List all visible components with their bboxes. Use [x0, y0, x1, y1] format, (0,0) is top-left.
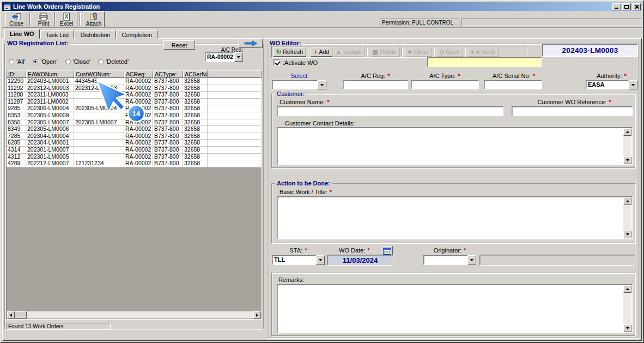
vertical-scrollbar[interactable] [623, 128, 631, 164]
table-cell[interactable]: RA-00002 [124, 147, 153, 154]
scroll-up-button[interactable] [623, 197, 631, 205]
close-button[interactable]: ∗Close [404, 47, 432, 57]
table-row[interactable]: 4289202212-LM0007121231234RA-00002B737-8… [7, 160, 262, 167]
horizontal-scrollbar[interactable] [7, 311, 261, 318]
table-cell[interactable] [208, 140, 262, 147]
table-cell[interactable]: 202304-LM0001 [26, 140, 74, 147]
table-cell[interactable]: 32658 [183, 112, 208, 119]
minimize-button[interactable] [612, 3, 621, 10]
table-cell[interactable]: 32658 [183, 85, 208, 92]
table-cell[interactable]: B737-800 [153, 133, 183, 140]
table-cell[interactable]: RA-00002 [124, 119, 153, 127]
table-cell[interactable] [74, 112, 124, 119]
table-row[interactable]: 9285202306-LM0004202305-LM0004RA-00002B7… [7, 105, 262, 112]
customer-wo-reference-input[interactable] [512, 106, 633, 116]
remarks-textarea[interactable] [277, 284, 633, 333]
table-cell[interactable]: B737-800 [153, 112, 183, 119]
dropdown-button[interactable] [629, 80, 637, 89]
table-cell[interactable]: RA-00002 [124, 133, 153, 140]
ac-reg-filter-combo[interactable]: RA-00002 [205, 52, 243, 62]
column-header[interactable]: EAWONum: [26, 70, 74, 78]
table-cell[interactable]: B737-800 [153, 78, 183, 85]
table-cell[interactable]: 202301-LM0005 [26, 154, 74, 161]
table-cell[interactable]: B737-800 [153, 92, 183, 99]
filter-radio-open[interactable]: 'Open' [33, 58, 57, 65]
update-button[interactable]: ▲Update [332, 47, 365, 57]
table-cell[interactable] [208, 92, 262, 99]
table-cell[interactable] [74, 99, 124, 106]
table-row[interactable]: 4312202301-LM0005RA-00002B737-80032658 [7, 154, 262, 161]
table-cell[interactable]: RA-00002 [124, 105, 153, 112]
tab-task-list[interactable]: Task List [40, 30, 75, 39]
table-row[interactable]: 8349202305-LM0006RA-00002B737-80032658 [7, 126, 262, 133]
table-cell[interactable] [208, 126, 262, 133]
customer-contact-textarea[interactable] [277, 127, 633, 165]
title-bar[interactable]: Line Work Orders Registration [2, 2, 642, 11]
table-cell[interactable]: 202306-LM0004 [26, 105, 74, 112]
table-cell[interactable]: 202212-LM0007 [26, 160, 74, 167]
table-row[interactable]: 11287202311-LM0002RA-00002B737-80032658 [7, 99, 262, 106]
table-cell[interactable]: 202305-LM0004 [74, 105, 124, 112]
ac-type-input[interactable] [411, 80, 479, 89]
table-cell[interactable]: B737-800 [153, 160, 183, 167]
table-cell[interactable]: 12290 [7, 78, 26, 85]
dropdown-button[interactable] [316, 255, 325, 265]
tab-completion[interactable]: Completion [116, 30, 157, 39]
table-cell[interactable] [74, 140, 124, 147]
table-cell[interactable] [74, 126, 124, 133]
table-cell[interactable]: 202305-LM0006 [26, 126, 74, 133]
table-cell[interactable]: 202304-LM0004 [26, 133, 74, 140]
authority-combo[interactable]: EASA [586, 80, 637, 89]
customer-name-input[interactable] [277, 106, 503, 116]
table-cell[interactable]: 4314 [7, 147, 26, 154]
table-cell[interactable]: RA-00002 [124, 92, 153, 99]
originator-combo[interactable] [423, 255, 476, 265]
table-cell[interactable]: 32658 [183, 140, 208, 147]
table-cell[interactable]: 11292 [7, 85, 26, 92]
table-cell[interactable]: 11288 [7, 92, 26, 99]
scroll-down-button[interactable] [623, 231, 631, 238]
table-cell[interactable]: RA-00002 [124, 85, 153, 92]
dropdown-button[interactable] [467, 255, 476, 265]
table-cell[interactable]: B737-800 [153, 147, 183, 154]
table-cell[interactable]: 32658 [183, 154, 208, 161]
table-cell[interactable]: RA-00002 [124, 126, 153, 133]
table-cell[interactable]: 121231234 [74, 160, 124, 167]
table-row[interactable]: 4314202301-LM0007RA-00002B737-80032658 [7, 147, 262, 154]
filter-radio-deleted[interactable]: 'Deleted' [98, 58, 129, 65]
table-cell[interactable] [74, 154, 124, 161]
table-cell[interactable] [208, 133, 262, 140]
table-cell[interactable] [208, 154, 262, 161]
dropdown-button[interactable] [234, 52, 243, 62]
table-cell[interactable]: 32658 [183, 133, 208, 140]
table-cell[interactable]: 8350 [7, 119, 26, 127]
table-cell[interactable] [208, 119, 262, 127]
activate-wo-checkbox[interactable] [274, 59, 280, 66]
table-cell[interactable]: B737-800 [153, 126, 183, 133]
activate-wo-input[interactable] [427, 57, 542, 67]
table-cell[interactable]: 32658 [183, 126, 208, 133]
select-combo[interactable] [272, 80, 326, 89]
table-row[interactable]: 8350202305-LM0007202305-LM0007RA-00002B7… [7, 119, 262, 127]
table-cell[interactable]: RA-00002 [124, 78, 153, 85]
scroll-down-button[interactable] [623, 324, 631, 332]
column-header[interactable]: ACType: [153, 70, 183, 78]
a-stock-button[interactable]: ●A Stock [467, 47, 499, 57]
vertical-scrollbar[interactable] [623, 285, 631, 332]
table-cell[interactable]: 202311-LM0003 [26, 92, 74, 99]
filter-radio-close[interactable]: 'Close' [65, 58, 90, 65]
table-cell[interactable]: 4289 [7, 160, 26, 167]
table-cell[interactable]: 202403-LM0001 [26, 78, 74, 85]
table-cell[interactable] [208, 99, 262, 106]
scroll-right-button[interactable] [253, 311, 261, 318]
table-cell[interactable]: RA-00002 [124, 154, 153, 161]
ac-reg-input[interactable] [343, 80, 408, 89]
toolbar-excel-button[interactable]: X Excel [56, 11, 77, 27]
tab-distribution[interactable]: Distribution [75, 30, 116, 39]
table-cell[interactable]: 202311-LM0002 [26, 99, 74, 106]
filter-radio-all[interactable]: 'All' [9, 58, 25, 65]
table-cell[interactable]: 32658 [183, 92, 208, 99]
table-cell[interactable]: 8353 [7, 112, 26, 119]
table-row[interactable]: 11292202312-LM0003202312-LM0003RA-00002B… [7, 85, 262, 92]
table-cell[interactable]: 32658 [183, 78, 208, 85]
